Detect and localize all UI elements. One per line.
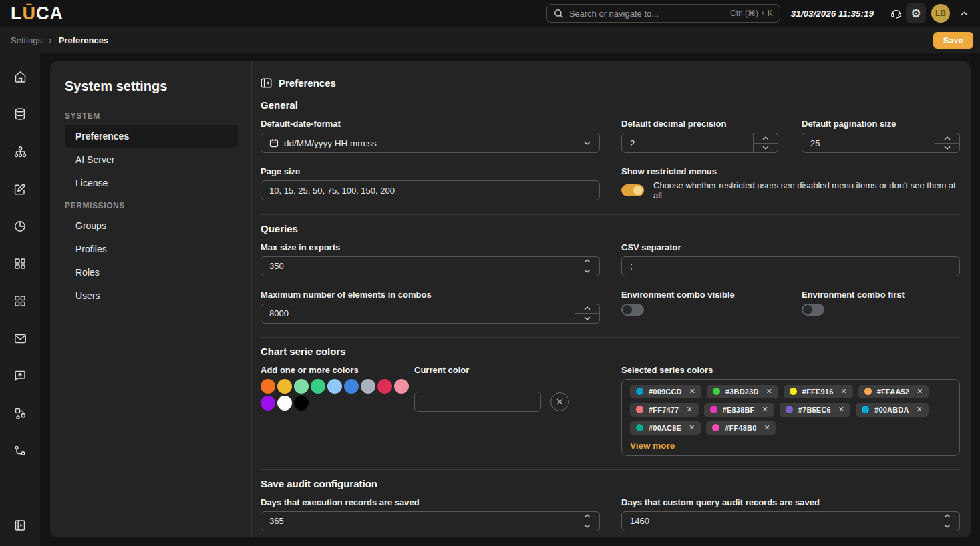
increment-icon[interactable] bbox=[935, 133, 960, 144]
remove-color-icon[interactable]: ✕ bbox=[689, 388, 695, 395]
env-visible-toggle[interactable] bbox=[621, 304, 644, 316]
expand-panel-icon[interactable] bbox=[9, 514, 31, 537]
mail-icon[interactable] bbox=[9, 327, 31, 350]
search-input[interactable]: Search or navigate to... Ctrl (⌘) + K bbox=[546, 4, 780, 23]
nav-item-ai-server[interactable]: AI Server bbox=[65, 148, 238, 171]
decrement-icon[interactable] bbox=[935, 521, 960, 531]
env-first-toggle[interactable] bbox=[802, 304, 824, 316]
decrement-icon[interactable] bbox=[575, 266, 600, 276]
increment-icon[interactable] bbox=[935, 511, 960, 522]
remove-color-icon[interactable]: ✕ bbox=[838, 406, 844, 413]
palette-swatch[interactable] bbox=[261, 396, 275, 411]
luca-logo[interactable]: LŪCA bbox=[11, 5, 63, 23]
exec-days-label: Days that execution records are saved bbox=[261, 497, 600, 507]
nav-item-groups[interactable]: Groups bbox=[65, 214, 238, 237]
remove-color-icon[interactable]: ✕ bbox=[917, 388, 923, 395]
page-size-input[interactable] bbox=[261, 180, 600, 200]
palette-swatch[interactable] bbox=[261, 379, 275, 394]
color-dot bbox=[710, 406, 717, 413]
palette-swatch[interactable] bbox=[294, 396, 309, 411]
decrement-icon[interactable] bbox=[935, 143, 960, 154]
view-more-link[interactable]: View more bbox=[630, 441, 675, 451]
increment-icon[interactable] bbox=[575, 304, 600, 314]
palette-swatch[interactable] bbox=[294, 379, 309, 394]
csv-separator-input[interactable] bbox=[621, 256, 960, 276]
increment-icon[interactable] bbox=[753, 133, 778, 144]
chevron-up-icon[interactable] bbox=[957, 3, 971, 23]
palette-swatch[interactable] bbox=[361, 379, 375, 394]
nav-item-profiles[interactable]: Profiles bbox=[65, 238, 238, 260]
search-icon bbox=[554, 9, 564, 19]
max-export-field bbox=[261, 256, 600, 276]
chat-icon[interactable] bbox=[9, 364, 31, 387]
decrement-icon[interactable] bbox=[753, 143, 778, 154]
remove-color-icon[interactable]: ✕ bbox=[689, 424, 695, 431]
dashboard-icon[interactable] bbox=[9, 252, 31, 275]
increment-icon[interactable] bbox=[575, 511, 600, 522]
hierarchy-icon[interactable] bbox=[9, 140, 31, 163]
selected-color-chip: #E838BF✕ bbox=[704, 403, 774, 417]
query-days-input[interactable] bbox=[622, 512, 959, 531]
collapse-panel-icon[interactable] bbox=[261, 77, 272, 89]
audit-heading: Save audit configuration bbox=[261, 478, 960, 489]
edit-icon[interactable] bbox=[9, 178, 31, 200]
branch-icon[interactable] bbox=[9, 439, 31, 462]
selected-color-chip: #00AC8E✕ bbox=[630, 421, 701, 435]
nav-item-users[interactable]: Users bbox=[65, 284, 238, 307]
palette-swatch[interactable] bbox=[344, 379, 359, 394]
palette-swatch[interactable] bbox=[277, 396, 292, 411]
workflow-icon[interactable] bbox=[9, 402, 31, 425]
save-button[interactable]: Save bbox=[933, 32, 973, 49]
env-visible-label: Environment combo visible bbox=[621, 290, 778, 300]
clear-color-icon[interactable] bbox=[550, 392, 569, 411]
home-icon[interactable] bbox=[9, 65, 31, 88]
add-colors-label: Add one or more colors bbox=[261, 365, 414, 375]
remove-color-icon[interactable]: ✕ bbox=[686, 406, 692, 413]
remove-color-icon[interactable]: ✕ bbox=[762, 406, 768, 413]
remove-color-icon[interactable]: ✕ bbox=[764, 424, 770, 431]
show-restricted-toggle[interactable] bbox=[621, 184, 644, 196]
color-dot bbox=[786, 406, 793, 413]
max-export-label: Max size in exports bbox=[261, 242, 600, 252]
max-combo-input[interactable] bbox=[261, 304, 599, 323]
color-dot bbox=[636, 388, 643, 395]
color-dot bbox=[864, 388, 872, 395]
max-export-input[interactable] bbox=[261, 257, 599, 276]
main-area: System settings SYSTEMPreferencesAI Serv… bbox=[40, 53, 980, 546]
database-icon[interactable] bbox=[9, 103, 31, 125]
support-icon[interactable] bbox=[886, 3, 906, 23]
remove-color-icon[interactable]: ✕ bbox=[841, 388, 847, 395]
palette-swatch[interactable] bbox=[311, 379, 325, 394]
decrement-icon[interactable] bbox=[575, 313, 600, 324]
nav-item-roles[interactable]: Roles bbox=[65, 261, 238, 284]
settings-card: System settings SYSTEMPreferencesAI Serv… bbox=[50, 61, 971, 537]
avatar[interactable]: LB bbox=[931, 4, 950, 23]
date-format-select[interactable]: dd/MM/yyyy HH:mm:ss bbox=[261, 133, 600, 153]
current-color-label: Current color bbox=[414, 365, 621, 375]
logo-letters: CA bbox=[36, 3, 63, 23]
pagination-size-label: Default pagination size bbox=[802, 119, 960, 129]
pagination-size-field bbox=[802, 133, 960, 153]
increment-icon[interactable] bbox=[575, 256, 600, 267]
palette-swatch[interactable] bbox=[327, 379, 342, 394]
nav-item-preferences[interactable]: Preferences bbox=[65, 125, 238, 148]
breadcrumb-settings[interactable]: Settings bbox=[11, 35, 42, 45]
color-hex-label: #00AC8E bbox=[649, 424, 681, 432]
remove-color-icon[interactable]: ✕ bbox=[766, 388, 772, 395]
settings-gear-icon[interactable]: ⚙ bbox=[906, 3, 926, 23]
grid-icon[interactable] bbox=[9, 290, 31, 312]
current-color-input[interactable] bbox=[414, 392, 541, 412]
exec-days-input[interactable] bbox=[261, 512, 599, 531]
palette-swatch[interactable] bbox=[394, 379, 409, 394]
palette-swatch[interactable] bbox=[377, 379, 392, 394]
color-hex-label: #3BD23D bbox=[725, 388, 759, 396]
nav-section-label: SYSTEM bbox=[65, 111, 238, 121]
nav-item-license[interactable]: License bbox=[65, 172, 238, 194]
decrement-icon[interactable] bbox=[575, 521, 600, 531]
color-hex-label: #00ABDA bbox=[874, 406, 909, 414]
palette-swatch[interactable] bbox=[277, 379, 292, 394]
pie-chart-icon[interactable] bbox=[9, 215, 31, 238]
page-size-label: Page size bbox=[261, 166, 600, 176]
remove-color-icon[interactable]: ✕ bbox=[917, 406, 923, 413]
selected-colors-label: Selected series colors bbox=[621, 365, 960, 375]
